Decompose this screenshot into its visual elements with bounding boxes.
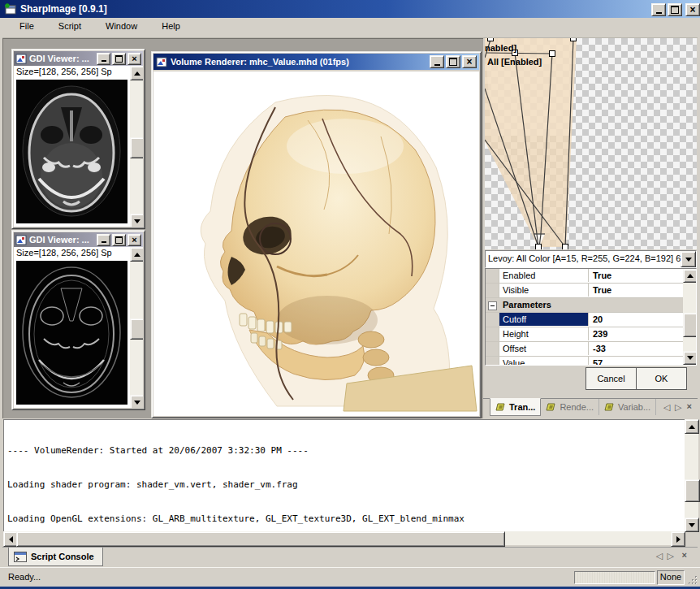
maximize-button[interactable] (112, 53, 126, 65)
tab-label: Tran... (509, 402, 535, 412)
tab-variables[interactable]: Variab... (599, 399, 656, 415)
row-gutter (486, 269, 499, 283)
dock-scroll-right-icon[interactable]: ▷ (665, 551, 676, 561)
scroll-thumb[interactable] (130, 137, 143, 158)
cancel-button[interactable]: Cancel (585, 367, 637, 390)
property-name: Value (499, 357, 589, 366)
maximize-button[interactable] (446, 55, 460, 68)
panel-close-icon[interactable]: × (685, 401, 694, 411)
panel-tab-strip: Tran... Rende... Variab... ◁ ▷ × (483, 398, 698, 419)
gdi-viewer-2-client[interactable]: Size=[128, 256, 256] Sp (14, 247, 143, 408)
minimize-button[interactable] (97, 53, 110, 65)
grid-scrollbar[interactable] (683, 269, 696, 363)
scroll-up-button[interactable] (683, 269, 697, 283)
app-window: SharpImage [0.9.1] × File Script Window … (0, 0, 700, 589)
property-name: Offset (499, 342, 589, 355)
status-message: Ready... (8, 572, 41, 582)
dropdown-arrow-button[interactable] (681, 251, 696, 267)
transfer-function-dropdown[interactable]: Levoy: All Color [A=15, R=255, G=224, B=… (485, 250, 697, 268)
row-gutter (486, 342, 499, 356)
component-icon (495, 402, 506, 412)
console-horizontal-scrollbar[interactable] (3, 531, 685, 545)
property-value[interactable]: 20 (589, 313, 683, 326)
arrow-up-icon (134, 71, 140, 76)
tab-scroll-left-icon[interactable]: ◁ (661, 402, 672, 413)
tab-scroll-right-icon[interactable]: ▷ (672, 402, 684, 413)
console-vertical-scrollbar[interactable] (685, 419, 698, 531)
maximize-icon (449, 58, 457, 66)
script-console-tab[interactable]: Script Console (8, 548, 103, 566)
scroll-up-button[interactable] (130, 247, 143, 262)
title-bar[interactable]: SharpImage [0.9.1] × (0, 0, 700, 18)
scroll-down-button[interactable] (685, 518, 699, 532)
transfer-function-canvas[interactable]: nabled] All [Enabled] (485, 38, 697, 249)
arrow-up-icon (689, 425, 695, 429)
gdi-viewer-2-titlebar[interactable]: GDI Viewer: ... × (14, 232, 143, 247)
property-row-selected[interactable]: Cutoff 20 (486, 313, 696, 327)
dock-scroll-left-icon[interactable]: ◁ (654, 551, 665, 561)
close-button[interactable]: × (685, 3, 700, 16)
menu-file[interactable]: File (12, 18, 41, 34)
property-value[interactable]: 57 (589, 357, 683, 366)
property-value[interactable]: 239 (589, 327, 683, 340)
scroll-up-button[interactable] (685, 419, 699, 434)
maximize-button[interactable] (668, 3, 682, 16)
property-value[interactable]: -33 (589, 342, 683, 355)
vertical-scrollbar[interactable] (130, 66, 143, 227)
gdi-viewer-2-window: GDI Viewer: ... × Size=[128, 256, 256] S… (11, 230, 145, 410)
property-value[interactable]: True (589, 284, 683, 297)
minimize-button[interactable] (651, 3, 666, 16)
console-output[interactable]: ---- VolumeRender: Started at 20/06/2007… (3, 419, 685, 532)
property-name: Cutoff (499, 313, 589, 326)
scroll-down-button[interactable] (130, 214, 143, 227)
tab-transfer[interactable]: Tran... (490, 398, 541, 416)
scroll-down-button[interactable] (683, 351, 697, 365)
close-button[interactable]: × (127, 234, 141, 246)
component-icon (546, 402, 556, 412)
property-row[interactable]: Offset -33 (486, 342, 696, 357)
volume-renderer-titlebar[interactable]: Volume Renderer: mhc_Value.mhd (01fps) × (153, 54, 479, 70)
property-row[interactable]: Visible True (486, 284, 696, 298)
scroll-down-button[interactable] (130, 395, 143, 408)
property-row[interactable]: Height 239 (486, 327, 696, 342)
maximize-button[interactable] (112, 234, 126, 246)
property-row[interactable]: Value 57 (486, 357, 696, 366)
ok-button[interactable]: OK (636, 367, 687, 390)
scroll-thumb[interactable] (130, 318, 143, 340)
scroll-thumb[interactable] (683, 313, 697, 337)
minimize-button[interactable] (97, 234, 110, 246)
category-label: Parameters (503, 298, 551, 311)
close-icon: × (132, 54, 136, 63)
console-panel: ---- VolumeRender: Started at 20/06/2007… (2, 418, 698, 547)
scroll-thumb[interactable] (16, 531, 505, 547)
script-console-tab-label: Script Console (31, 552, 94, 561)
scroll-up-button[interactable] (130, 66, 143, 80)
menu-window[interactable]: Window (98, 18, 145, 34)
minimize-button[interactable] (430, 55, 444, 68)
property-row[interactable]: Enabled True (486, 269, 696, 284)
collapse-icon[interactable] (488, 301, 497, 310)
minus-glyph (490, 305, 495, 306)
scroll-thumb[interactable] (685, 479, 700, 502)
close-button[interactable]: × (127, 53, 141, 65)
arrow-right-icon (676, 536, 681, 543)
volume-render-view[interactable] (153, 71, 479, 416)
tab-label: Rende... (560, 402, 594, 412)
category-row[interactable]: Parameters (486, 298, 696, 313)
gdi-viewer-1-titlebar[interactable]: GDI Viewer: ... × (14, 51, 143, 66)
scroll-right-button[interactable] (671, 531, 685, 547)
tab-render[interactable]: Rende... (541, 399, 599, 415)
maximize-icon (671, 6, 679, 14)
arrow-down-icon (687, 356, 694, 360)
menu-script[interactable]: Script (51, 18, 89, 34)
vertical-scrollbar[interactable] (130, 247, 143, 408)
arrow-up-icon (687, 274, 694, 278)
menu-help[interactable]: Help (154, 18, 188, 34)
volume-renderer-window: Volume Renderer: mhc_Value.mhd (01fps) × (151, 51, 482, 418)
close-button[interactable]: × (462, 55, 477, 68)
resize-grip[interactable] (687, 574, 698, 585)
property-value[interactable]: True (589, 269, 683, 282)
dock-close-icon[interactable]: × (680, 550, 689, 560)
gdi-viewer-1-client[interactable]: Size=[128, 256, 256] Sp (14, 66, 143, 227)
status-right-value: None (660, 572, 681, 582)
